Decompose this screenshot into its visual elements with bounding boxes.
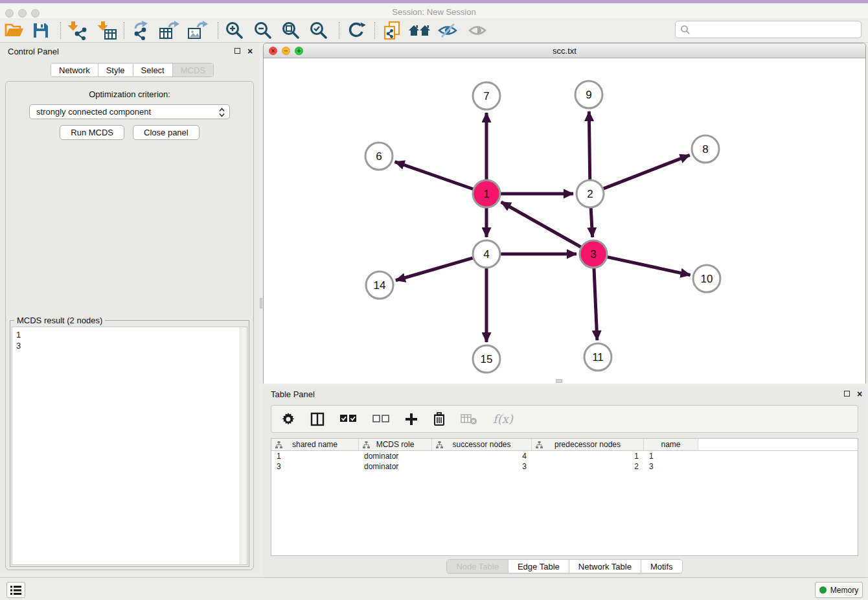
graph-node-9[interactable]: 9 xyxy=(575,81,602,108)
first-neighbors-icon[interactable] xyxy=(407,19,433,42)
graph-node-label: 6 xyxy=(376,150,382,163)
optimization-criterion-value: strongly connected component xyxy=(36,107,151,117)
function-builder-icon: f(x) xyxy=(493,410,513,429)
mcds-result-scrollbar[interactable] xyxy=(240,327,247,564)
graph-node-label: 3 xyxy=(590,248,596,260)
import-network-icon[interactable] xyxy=(64,19,90,42)
node-table: shared name MCDS role successor nodes pr… xyxy=(271,438,858,556)
graph-node-10[interactable]: 10 xyxy=(693,265,720,292)
control-panel: Control Panel × Network Style Select MCD… xyxy=(0,43,259,573)
graph-node-2[interactable]: 2 xyxy=(577,180,604,207)
graph-edge-1-6[interactable] xyxy=(395,162,474,189)
graph-node-6[interactable]: 6 xyxy=(365,143,393,170)
graph-node-label: 14 xyxy=(374,279,386,292)
column-header-shared-name[interactable]: shared name xyxy=(271,439,359,450)
import-table-icon[interactable] xyxy=(94,19,120,42)
graph-node-15[interactable]: 15 xyxy=(473,345,500,373)
zoom-out-icon[interactable] xyxy=(250,19,276,42)
cell-shared-name[interactable]: 3 xyxy=(271,462,359,471)
column-header-name[interactable]: name xyxy=(644,439,698,450)
graph-edge-3-1[interactable] xyxy=(501,202,581,247)
hierarchy-icon xyxy=(363,441,370,448)
main-toolbar xyxy=(0,18,868,43)
graph-node-label: 10 xyxy=(701,273,713,285)
refresh-icon[interactable] xyxy=(343,19,369,42)
graph-node-3[interactable]: 3 xyxy=(580,240,607,268)
graph-edge-4-14[interactable] xyxy=(396,258,473,281)
canvas-resize-handle[interactable] xyxy=(556,379,562,383)
mcds-result-list[interactable]: 1 3 xyxy=(12,327,247,565)
zoom-selected-icon[interactable] xyxy=(306,19,332,42)
cell-predecessor-nodes[interactable]: 1 xyxy=(532,452,644,461)
column-header-predecessor-nodes[interactable]: predecessor nodes xyxy=(532,439,644,450)
run-mcds-button[interactable]: Run MCDS xyxy=(60,125,124,140)
tab-mcds[interactable]: MCDS xyxy=(173,63,213,76)
table-panel-close-button[interactable]: × xyxy=(854,389,865,399)
export-network-icon[interactable] xyxy=(128,19,154,42)
table-row[interactable]: 1 dominator 4 1 1 xyxy=(271,451,858,461)
graph-edge-2-3[interactable] xyxy=(591,208,592,237)
close-panel-button[interactable]: Close panel xyxy=(133,125,200,140)
clone-network-icon[interactable] xyxy=(379,19,405,42)
graph-node-14[interactable]: 14 xyxy=(366,271,393,299)
zoom-in-icon[interactable] xyxy=(222,19,247,42)
network-window-titlebar[interactable]: × − + scc.txt xyxy=(264,43,865,58)
memory-button[interactable]: Memory xyxy=(815,582,863,598)
graph-node-11[interactable]: 11 xyxy=(584,343,611,371)
graph-node-label: 15 xyxy=(481,353,493,365)
graph-node-8[interactable]: 8 xyxy=(692,135,719,163)
deselect-all-icon[interactable] xyxy=(372,410,389,429)
network-graph[interactable]: 1234678910111415 xyxy=(264,58,865,384)
hide-selected-icon[interactable] xyxy=(435,19,461,42)
save-session-icon[interactable] xyxy=(28,19,54,42)
export-image-icon[interactable] xyxy=(185,19,211,42)
control-panel-close-button[interactable]: × xyxy=(245,46,255,56)
search-icon xyxy=(680,25,691,35)
cell-predecessor-nodes[interactable]: 2 xyxy=(532,462,644,471)
cell-mcds-role[interactable]: dominator xyxy=(359,462,432,471)
tab-network-table[interactable]: Network Table xyxy=(569,560,641,573)
cell-shared-name[interactable]: 1 xyxy=(271,452,359,461)
panel-splitter-handle[interactable] xyxy=(260,298,262,308)
cell-name[interactable]: 1 xyxy=(644,452,698,461)
graph-edge-3-11[interactable] xyxy=(594,268,597,340)
show-columns-icon[interactable] xyxy=(310,410,325,429)
tab-select[interactable]: Select xyxy=(133,63,173,76)
graph-edge-2-9[interactable] xyxy=(589,111,589,179)
open-session-icon[interactable] xyxy=(1,19,27,42)
optimization-criterion-label: Optimization criterion: xyxy=(6,89,253,99)
table-settings-gear-icon[interactable] xyxy=(282,410,295,429)
mcds-result-line: 1 xyxy=(16,329,243,340)
graph-edge-2-8[interactable] xyxy=(604,155,690,189)
network-canvas[interactable]: 1234678910111415 xyxy=(264,58,865,384)
tab-edge-table[interactable]: Edge Table xyxy=(508,560,569,573)
control-panel-float-button[interactable] xyxy=(232,46,242,56)
graph-edge-3-10[interactable] xyxy=(607,257,690,275)
cell-successor-nodes[interactable]: 3 xyxy=(432,462,532,471)
table-panel-float-button[interactable] xyxy=(841,389,852,399)
float-icon xyxy=(844,391,850,397)
optimization-criterion-select[interactable]: strongly connected component xyxy=(29,104,230,119)
task-history-button[interactable] xyxy=(6,582,25,598)
tab-node-table[interactable]: Node Table xyxy=(447,560,508,573)
export-table-icon[interactable] xyxy=(156,19,182,42)
graph-node-4[interactable]: 4 xyxy=(473,240,500,268)
search-input[interactable] xyxy=(675,21,862,38)
zoom-fit-icon[interactable] xyxy=(278,19,304,42)
column-header-successor-nodes[interactable]: successor nodes xyxy=(432,439,532,450)
tab-style[interactable]: Style xyxy=(98,63,133,76)
graph-node-1[interactable]: 1 xyxy=(473,180,500,207)
column-header-mcds-role[interactable]: MCDS role xyxy=(359,439,432,450)
tab-network[interactable]: Network xyxy=(51,63,98,76)
tab-motifs[interactable]: Motifs xyxy=(641,560,682,573)
select-all-icon[interactable] xyxy=(340,410,357,429)
mcds-result-group: MCDS result (2 nodes) 1 3 xyxy=(10,320,249,567)
cell-successor-nodes[interactable]: 4 xyxy=(432,452,532,461)
cell-name[interactable]: 3 xyxy=(644,462,698,471)
table-row[interactable]: 3 dominator 3 2 3 xyxy=(271,461,858,472)
graph-node-7[interactable]: 7 xyxy=(473,82,500,110)
delete-row-trash-icon[interactable] xyxy=(433,410,445,429)
show-all-icon[interactable] xyxy=(464,19,490,42)
cell-mcds-role[interactable]: dominator xyxy=(359,452,432,461)
add-row-icon[interactable] xyxy=(405,410,418,429)
